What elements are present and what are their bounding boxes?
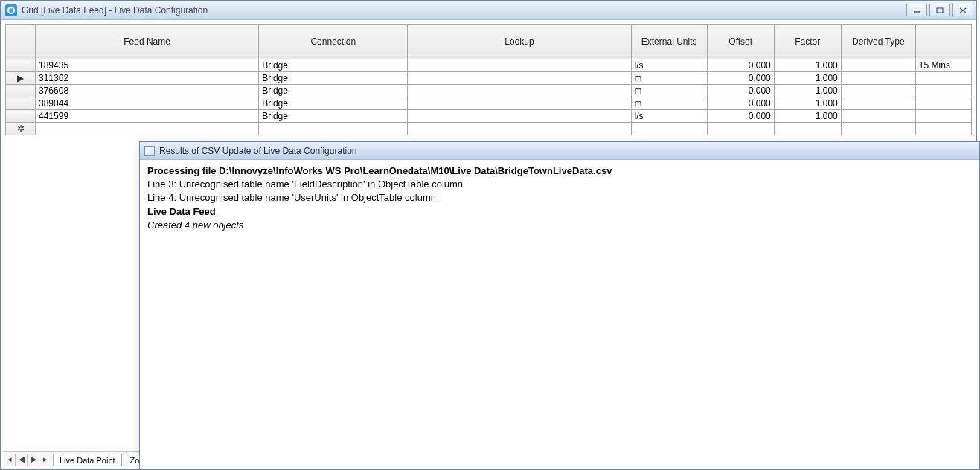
maximize-button[interactable] bbox=[929, 4, 950, 16]
cell-derived-type[interactable] bbox=[841, 72, 915, 85]
cell-extra[interactable] bbox=[915, 97, 971, 110]
empty-cell[interactable] bbox=[707, 123, 774, 135]
cell-extra[interactable] bbox=[915, 72, 971, 85]
dialog-titlebar[interactable]: Results of CSV Update of Live Data Confi… bbox=[140, 142, 979, 160]
empty-cell[interactable] bbox=[36, 123, 259, 135]
cell-factor[interactable]: 1.000 bbox=[774, 59, 841, 72]
app-icon bbox=[5, 4, 17, 16]
dialog-line-section: Live Data Feed bbox=[147, 205, 972, 219]
col-rowheader[interactable] bbox=[6, 25, 36, 59]
cell-offset[interactable]: 0.000 bbox=[707, 72, 774, 85]
row-cursor[interactable]: ▶ bbox=[6, 72, 36, 85]
empty-cell[interactable] bbox=[841, 123, 915, 135]
table-new-row[interactable]: ✲ bbox=[6, 123, 972, 135]
col-offset[interactable]: Offset bbox=[707, 25, 774, 59]
cell-lookup[interactable] bbox=[408, 59, 631, 72]
grid-header-row: Feed Name Connection Lookup External Uni… bbox=[6, 25, 972, 59]
close-icon bbox=[959, 7, 967, 13]
close-button[interactable] bbox=[952, 4, 973, 16]
empty-cell[interactable] bbox=[774, 123, 841, 135]
dialog-line-warn2: Line 4: Unrecognised table name 'UserUni… bbox=[147, 191, 972, 205]
dialog-line-processing: Processing file D:\Innovyze\InfoWorks WS… bbox=[147, 164, 972, 178]
maximize-icon bbox=[936, 7, 944, 13]
cell-external-units[interactable]: m bbox=[631, 97, 707, 110]
cell-connection[interactable]: Bridge bbox=[259, 72, 408, 85]
cell-factor[interactable]: 1.000 bbox=[774, 97, 841, 110]
cell-derived-type[interactable] bbox=[841, 59, 915, 72]
empty-cell[interactable] bbox=[915, 123, 971, 135]
table-row[interactable]: ▶311362Bridgem0.0001.000 bbox=[6, 72, 972, 85]
col-feed-name[interactable]: Feed Name bbox=[36, 25, 259, 59]
titlebar[interactable]: Grid [Live Data Feed] - Live Data Config… bbox=[1, 1, 976, 20]
table-row[interactable]: 389044Bridgem0.0001.000 bbox=[6, 97, 972, 110]
empty-cell[interactable] bbox=[408, 123, 631, 135]
col-derived-type[interactable]: Derived Type bbox=[841, 25, 915, 59]
cell-connection[interactable]: Bridge bbox=[259, 110, 408, 123]
tab-nav-first[interactable]: ◂ bbox=[4, 454, 16, 466]
col-connection[interactable]: Connection bbox=[259, 25, 408, 59]
cell-lookup[interactable] bbox=[408, 110, 631, 123]
svg-rect-1 bbox=[937, 8, 943, 13]
cell-offset[interactable]: 0.000 bbox=[707, 85, 774, 97]
window-title: Grid [Live Data Feed] - Live Data Config… bbox=[22, 5, 906, 16]
cell-lookup[interactable] bbox=[408, 72, 631, 85]
cell-feed-name[interactable]: 389044 bbox=[36, 97, 259, 110]
row-cursor[interactable] bbox=[6, 97, 36, 110]
cell-extra[interactable] bbox=[915, 85, 971, 97]
cell-external-units[interactable]: m bbox=[631, 72, 707, 85]
cell-connection[interactable]: Bridge bbox=[259, 85, 408, 97]
new-row-glyph[interactable]: ✲ bbox=[6, 123, 36, 135]
cell-feed-name[interactable]: 189435 bbox=[36, 59, 259, 72]
row-cursor[interactable] bbox=[6, 59, 36, 72]
cell-external-units[interactable]: m bbox=[631, 85, 707, 97]
dialog-body: Processing file D:\Innovyze\InfoWorks WS… bbox=[140, 160, 979, 236]
cell-feed-name[interactable]: 376608 bbox=[36, 85, 259, 97]
results-dialog[interactable]: Results of CSV Update of Live Data Confi… bbox=[139, 141, 980, 470]
tab-live-data-point[interactable]: Live Data Point bbox=[53, 454, 122, 466]
cell-external-units[interactable]: l/s bbox=[631, 59, 707, 72]
cell-lookup[interactable] bbox=[408, 97, 631, 110]
dialog-line-warn1: Line 3: Unrecognised table name 'FieldDe… bbox=[147, 178, 972, 191]
col-external-units[interactable]: External Units bbox=[631, 25, 707, 59]
cell-factor[interactable]: 1.000 bbox=[774, 110, 841, 123]
cell-derived-type[interactable] bbox=[841, 97, 915, 110]
col-factor[interactable]: Factor bbox=[774, 25, 841, 59]
col-extra[interactable] bbox=[915, 25, 971, 59]
table-row[interactable]: 441599Bridgel/s0.0001.000 bbox=[6, 110, 972, 123]
cell-lookup[interactable] bbox=[408, 85, 631, 97]
dialog-line-created: Created 4 new objects bbox=[147, 219, 972, 232]
dialog-title: Results of CSV Update of Live Data Confi… bbox=[159, 146, 356, 156]
tab-nav-last[interactable]: ▸ bbox=[39, 454, 51, 466]
empty-cell[interactable] bbox=[259, 123, 408, 135]
cell-derived-type[interactable] bbox=[841, 110, 915, 123]
cell-feed-name[interactable]: 441599 bbox=[36, 110, 259, 123]
row-cursor[interactable] bbox=[6, 110, 36, 123]
cell-extra[interactable]: 15 Mins bbox=[915, 59, 971, 72]
minimize-icon bbox=[913, 7, 920, 13]
cell-derived-type[interactable] bbox=[841, 85, 915, 97]
dialog-icon bbox=[144, 146, 155, 156]
cell-offset[interactable]: 0.000 bbox=[707, 110, 774, 123]
cell-offset[interactable]: 0.000 bbox=[707, 59, 774, 72]
table-row[interactable]: 189435Bridgel/s0.0001.00015 Mins bbox=[6, 59, 972, 72]
cell-factor[interactable]: 1.000 bbox=[774, 72, 841, 85]
cell-connection[interactable]: Bridge bbox=[259, 97, 408, 110]
cell-factor[interactable]: 1.000 bbox=[774, 85, 841, 97]
col-lookup[interactable]: Lookup bbox=[408, 25, 631, 59]
cell-offset[interactable]: 0.000 bbox=[707, 97, 774, 110]
table-row[interactable]: 376608Bridgem0.0001.000 bbox=[6, 85, 972, 97]
cell-external-units[interactable]: l/s bbox=[631, 110, 707, 123]
tab-nav-prev[interactable]: ◀ bbox=[16, 454, 28, 466]
cell-connection[interactable]: Bridge bbox=[259, 59, 408, 72]
minimize-button[interactable] bbox=[906, 4, 927, 16]
tab-nav-next[interactable]: ▶ bbox=[28, 454, 39, 466]
row-cursor[interactable] bbox=[6, 85, 36, 97]
cell-extra[interactable] bbox=[915, 110, 971, 123]
empty-cell[interactable] bbox=[631, 123, 707, 135]
data-grid[interactable]: Feed Name Connection Lookup External Uni… bbox=[5, 24, 972, 139]
cell-feed-name[interactable]: 311362 bbox=[36, 72, 259, 85]
